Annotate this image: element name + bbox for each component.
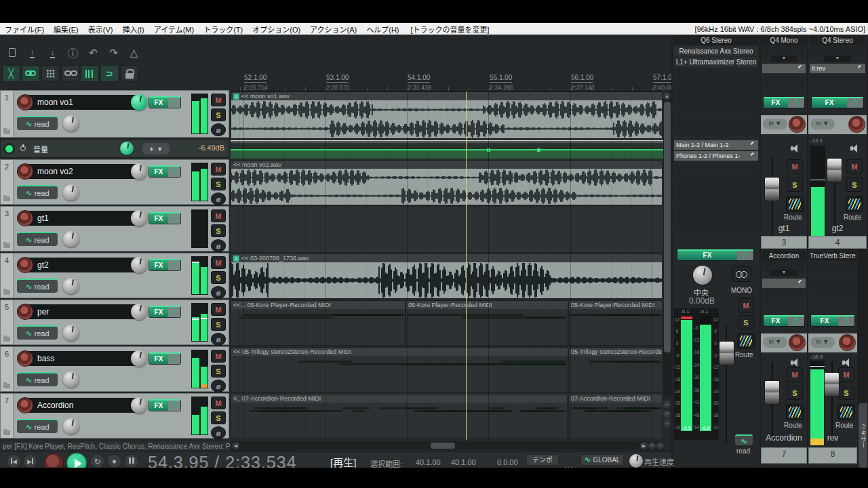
record-arm-button[interactable] xyxy=(17,304,33,320)
fx-bypass-button[interactable] xyxy=(788,98,804,108)
speaker-icon[interactable] xyxy=(850,144,860,152)
trim-knob[interactable] xyxy=(63,115,79,131)
record-arm-button[interactable] xyxy=(17,163,33,180)
send-knob-icon[interactable] xyxy=(797,279,806,287)
speaker-icon[interactable] xyxy=(791,359,800,367)
vzoom-dot-icon[interactable]: • xyxy=(663,401,671,408)
mixer-docker-tab[interactable]: ミキサー xyxy=(859,403,867,468)
selection-start[interactable]: 40.1.00 xyxy=(416,458,441,466)
grouping-matrix-toggle[interactable] xyxy=(41,65,60,82)
master-route-button[interactable] xyxy=(737,333,755,349)
fx-button[interactable]: FX xyxy=(149,399,181,411)
lane-track-4[interactable]: i<< 03-200708_1736.wav xyxy=(231,253,663,299)
send-slot-empty[interactable] xyxy=(762,75,806,85)
record-arm-button[interactable] xyxy=(839,334,856,351)
channel-name[interactable]: gt2 xyxy=(808,224,867,233)
solo-button[interactable]: S xyxy=(211,178,226,190)
fx-bypass-button[interactable] xyxy=(847,98,863,108)
fx-button[interactable]: FX xyxy=(149,352,181,365)
mute-button[interactable]: M xyxy=(211,303,226,316)
repeat-button[interactable]: ↻ xyxy=(90,454,104,468)
vzoom-out-icon[interactable]: − xyxy=(663,420,671,427)
fx-slot-empty[interactable] xyxy=(674,68,758,78)
fx-bypass-button[interactable] xyxy=(168,167,180,177)
record-arm-button[interactable] xyxy=(17,397,33,413)
phase-button[interactable]: ø xyxy=(211,380,226,392)
automation-mode-button[interactable]: ∿read xyxy=(17,419,58,433)
scroll-up-icon[interactable]: ▲ xyxy=(663,92,671,100)
project-settings-icon[interactable]: ⓘ xyxy=(65,44,81,61)
trim-knob[interactable] xyxy=(63,278,79,294)
fx-slot-empty[interactable] xyxy=(674,79,758,89)
track-name-field[interactable]: moon vo2 xyxy=(17,164,144,179)
channel-number[interactable]: 3 xyxy=(761,236,807,249)
record-arm-button[interactable] xyxy=(789,116,806,133)
send-slot-empty[interactable] xyxy=(674,188,758,198)
route-button[interactable] xyxy=(837,404,855,420)
phase-button[interactable]: ø xyxy=(211,426,226,439)
track-number[interactable]: 3 xyxy=(1,207,14,251)
menu-help[interactable]: ヘルプ(H) xyxy=(361,24,403,35)
solo-button[interactable]: S xyxy=(787,386,803,400)
master-fx-button[interactable]: FX xyxy=(677,249,754,261)
fx-button[interactable]: FX xyxy=(810,315,855,327)
mute-button[interactable]: M xyxy=(211,256,226,269)
channel-number[interactable]: 4 xyxy=(808,236,867,249)
solo-button[interactable]: S xyxy=(787,178,803,192)
menu-file[interactable]: ファイル(F) xyxy=(0,24,49,35)
channel-name[interactable]: gt1 xyxy=(761,224,807,233)
send-slot[interactable]: 8:rev xyxy=(810,64,865,73)
lane-track-5[interactable]: <<... 05-Kore Player-Recorded MIDI 05-Ko… xyxy=(231,300,663,346)
vscroll-thumb[interactable] xyxy=(664,102,671,352)
go-to-end-button[interactable]: ▶ xyxy=(23,454,37,468)
go-to-start-button[interactable]: ◀ xyxy=(7,454,21,468)
mono-button[interactable] xyxy=(732,266,751,282)
arrange-view[interactable]: 52.1.002:25.714 53.1.002:28.571 54.1.002… xyxy=(231,73,663,451)
track-number[interactable]: 4 xyxy=(1,253,14,298)
trim-knob[interactable] xyxy=(63,418,79,434)
track-name-field[interactable]: moon vo1 xyxy=(17,95,144,110)
horizontal-scrollbar[interactable]: ◀ ▶ + − xyxy=(231,441,663,450)
fx-slot[interactable]: Renaissance Axx Stereo xyxy=(674,46,758,56)
solo-button[interactable]: S xyxy=(211,411,226,424)
pan-knob[interactable] xyxy=(131,350,147,367)
master-solo-button[interactable]: S xyxy=(738,315,754,329)
midi-item-trilogy-2[interactable]: 05-Trilogy stereo2stereo-Recorded MI xyxy=(568,347,663,392)
pan-knob[interactable] xyxy=(131,304,147,320)
fx-button[interactable]: FX xyxy=(149,259,181,271)
send-knob-icon[interactable] xyxy=(749,140,758,149)
menu-view[interactable]: 表示(V) xyxy=(83,24,118,35)
fx-bypass-button[interactable] xyxy=(838,317,854,326)
solo-button[interactable]: S xyxy=(846,178,863,192)
snap-grid-toggle[interactable] xyxy=(81,65,99,82)
selection-length[interactable]: 0.0.00 xyxy=(497,458,518,466)
lane-track-2[interactable]: << moon vo2.wav xyxy=(231,160,663,205)
transport-position[interactable]: 54.3.95 / 2:33.534 xyxy=(148,453,297,468)
fx-slot[interactable]: TrueVerb Stereo xyxy=(810,251,856,261)
envelope-points-toggle[interactable]: ⊃ xyxy=(100,65,119,82)
envelope-bypass-icon[interactable] xyxy=(20,146,26,151)
track-number[interactable]: 2 xyxy=(1,160,14,204)
midi-item-kore-2[interactable]: 05-Kore Player-Recorded MIDI xyxy=(406,300,568,346)
record-button[interactable] xyxy=(43,453,64,468)
envelope-value-knob[interactable] xyxy=(120,142,134,155)
mute-button[interactable]: M xyxy=(211,396,226,409)
fx-slot-empty[interactable] xyxy=(674,125,758,136)
fx-button[interactable]: FX xyxy=(763,315,805,327)
volume-fader[interactable] xyxy=(824,372,840,396)
channel-name[interactable]: Accordion xyxy=(761,433,807,443)
track-number[interactable]: 5 xyxy=(1,300,14,344)
track-name-field[interactable]: Accordion xyxy=(17,398,144,413)
pan-knob[interactable] xyxy=(131,210,147,226)
automation-mode-button[interactable]: ∿read xyxy=(17,325,58,340)
midi-item-accordion-1[interactable]: <.. 07-Accordion-Recorded MIDI xyxy=(231,394,568,439)
send-knob-icon[interactable] xyxy=(856,64,865,73)
redo-icon[interactable]: ↷ xyxy=(106,44,121,61)
fx-bypass-button[interactable] xyxy=(168,401,180,411)
media-item-moon-vo1[interactable]: i<< moon vo1.wav xyxy=(231,92,663,139)
fx-slot[interactable]: Accordion xyxy=(762,251,806,261)
track-number[interactable]: 6 xyxy=(1,347,14,391)
track-number[interactable]: 1 xyxy=(1,91,14,137)
master-mute-button[interactable]: M xyxy=(738,298,754,312)
fx-slot-empty[interactable] xyxy=(762,46,806,56)
